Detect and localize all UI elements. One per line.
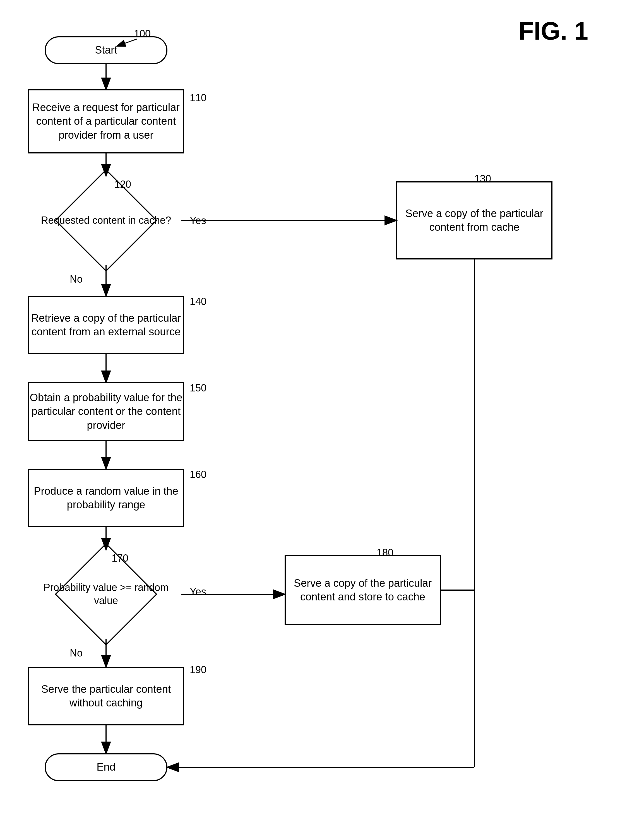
end-shape: End — [44, 753, 167, 781]
label-120: 120 — [114, 179, 131, 190]
label-180: 180 — [377, 547, 393, 559]
label-160: 160 — [190, 469, 207, 481]
yes-label-1: Yes — [190, 215, 206, 227]
node-180: Serve a copy of the particular content a… — [285, 555, 441, 625]
no-label-1: No — [70, 273, 83, 285]
label-130: 130 — [474, 173, 491, 185]
label-170: 170 — [112, 553, 128, 564]
label-110: 110 — [190, 92, 207, 104]
label-150: 150 — [190, 382, 207, 394]
node-190: Serve the particular content without cac… — [28, 667, 184, 726]
node-120: Requested content in cache? — [31, 176, 181, 265]
node-110: Receive a request for particular content… — [28, 89, 184, 153]
fig-title: FIG. 1 — [518, 17, 588, 46]
yes-label-2: Yes — [190, 586, 206, 598]
label-190: 190 — [190, 664, 207, 676]
label-140: 140 — [190, 296, 207, 308]
diagram-container: FIG. 1 100 Start Receive a request for p… — [0, 0, 644, 813]
node-170: Probability value >= random value — [31, 550, 181, 639]
node-130: Serve a copy of the particular content f… — [396, 181, 552, 259]
start-shape: Start — [44, 36, 167, 64]
no-label-2: No — [70, 647, 83, 659]
node-140: Retrieve a copy of the particular conten… — [28, 296, 184, 354]
node-150: Obtain a probability value for the parti… — [28, 382, 184, 441]
node-160: Produce a random value in the probabilit… — [28, 469, 184, 527]
